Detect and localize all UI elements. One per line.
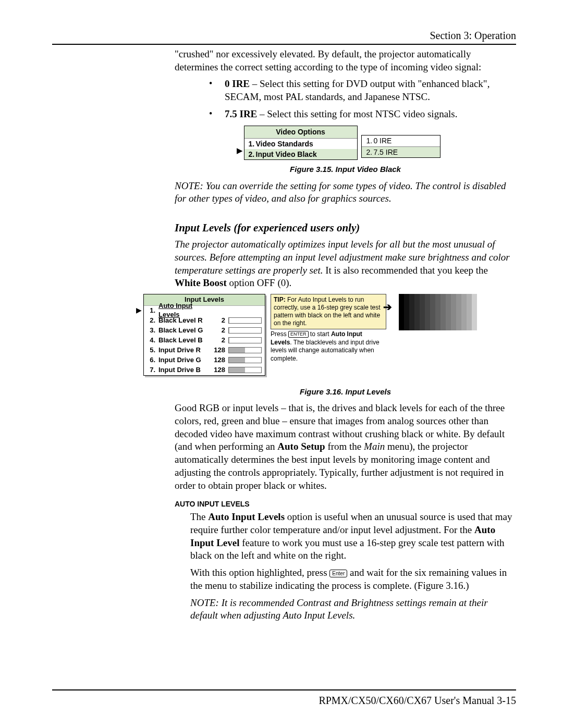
menu-row: 5.Input Drive R128 [144, 346, 265, 355]
intro-paragraph: "crushed" nor excessively elevated. By d… [175, 48, 516, 73]
note-override: NOTE: You can override the setting for s… [175, 180, 516, 205]
bullet-lead: 7.5 IRE [225, 108, 257, 119]
auto-input-block: The Auto Input Levels option is useful w… [190, 511, 516, 622]
video-options-submenu: 1.0 IRE 2.7.5 IRE [361, 135, 440, 157]
auto-paragraph-1: The Auto Input Levels option is useful w… [190, 511, 516, 562]
ire-bullet-0: 0 IRE – Select this setting for DVD outp… [209, 78, 516, 103]
auto-note: NOTE: It is recommended Contrast and Bri… [190, 597, 516, 622]
bottom-rule [52, 689, 516, 690]
il-rest-b: option OFF (0). [227, 277, 292, 288]
menu-row: 4.Black Level B2 [144, 336, 265, 346]
slider-icon [228, 317, 262, 324]
menu-row: 2.Black Level R2 [144, 316, 265, 326]
white-boost-bold: White Boost [175, 277, 227, 288]
tip-box: TIP: For Auto Input Levels to run correc… [271, 294, 386, 329]
figure-caption-316: Figure 3.16. Input Levels [175, 387, 516, 397]
tip-text: For Auto Input Levels to run correctly, … [274, 296, 381, 327]
bullet-rest: – Select this setting for DVD output wit… [225, 78, 489, 102]
slider-icon [228, 367, 262, 373]
tip-lead: TIP: [274, 296, 286, 303]
greyscale-gradient [399, 294, 482, 330]
content-column: "crushed" nor excessively elevated. By d… [175, 48, 516, 622]
page: Section 3: Operation "crushed" nor exces… [0, 0, 563, 728]
figure-caption-315: Figure 3.15. Input Video Black [175, 164, 516, 175]
figure-video-options: ▶ Video Options 1.Video Standards 2.Inpu… [244, 126, 447, 160]
input-levels-menu: Input Levels 1. Auto Input Levels 2.Blac… [143, 294, 265, 376]
slider-icon [228, 337, 262, 343]
ire-bullet-list: 0 IRE – Select this setting for DVD outp… [175, 78, 516, 120]
slider-icon [228, 327, 262, 334]
subheading-auto-input-levels: AUTO INPUT LEVELS [175, 499, 516, 509]
il-rest-a: It is also recommended that you keep the [323, 265, 488, 276]
heading-input-levels: Input Levels (for experienced users only… [175, 221, 516, 235]
submenu-row: 1.0 IRE [362, 135, 440, 146]
tip-note: Press ENTER to start Auto Input Levels. … [271, 330, 380, 363]
enter-key-icon: Enter [329, 570, 347, 577]
page-footer: RPMX/CX50/CX60/CX67 User's Manual 3-15 [52, 689, 516, 707]
input-levels-paragraph: The projector automatically optimizes in… [175, 238, 516, 290]
bullet-lead: 0 IRE [225, 78, 250, 89]
figure-input-levels: ▶ Input Levels 1. Auto Input Levels 2.Bl… [143, 294, 519, 382]
top-rule [52, 44, 516, 45]
arrow-right-icon: ➔ [383, 300, 392, 314]
auto-paragraph-2: With this option highlighted, press Ente… [190, 566, 516, 592]
menu-row-auto: 1. Auto Input Levels [144, 306, 265, 316]
menu-row: 6.Input Drive G128 [144, 355, 265, 365]
menu-row: 3.Black Level G2 [144, 326, 265, 336]
submenu-row-selected: 2.7.5 IRE [362, 147, 440, 157]
ire-bullet-1: 7.5 IRE – Select this setting for most N… [209, 108, 516, 121]
video-options-menu: Video Options 1.Video Standards 2.Input … [244, 126, 358, 160]
pointer-icon: ▶ [237, 145, 243, 156]
menu-row: 1.Video Standards [244, 139, 357, 149]
section-header: Section 3: Operation [52, 29, 516, 42]
good-rgb-paragraph: Good RGB or input levels – that is, the … [175, 402, 516, 492]
bullet-rest: – Select this setting for most NTSC vide… [257, 108, 457, 119]
footer-text: RPMX/CX50/CX60/CX67 User's Manual 3-15 [52, 694, 516, 707]
menu-row: 7.Input Drive B128 [144, 365, 265, 375]
slider-icon [228, 357, 262, 363]
enter-key-icon: ENTER [288, 331, 309, 338]
slider-icon [228, 347, 262, 353]
pointer-icon: ▶ [136, 305, 142, 315]
menu-row-selected: 2.Input Video Black [244, 149, 357, 159]
menu-title: Video Options [244, 126, 357, 138]
